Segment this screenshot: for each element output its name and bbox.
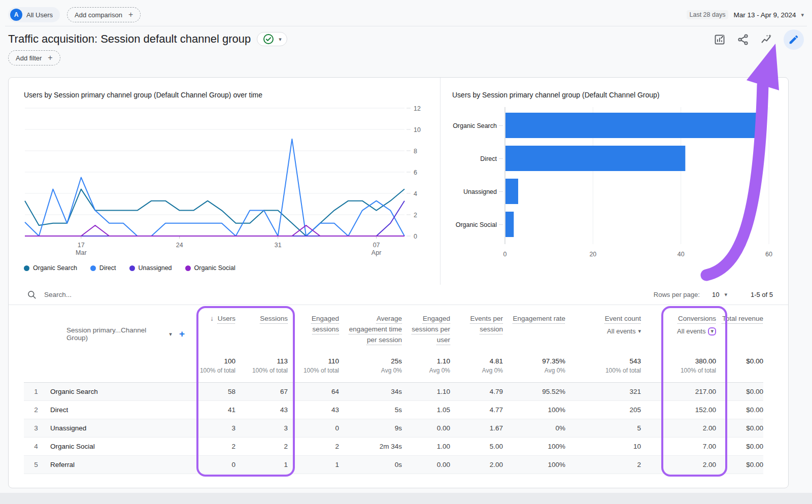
title-row: Traffic acquisition: Session default cha…: [8, 32, 287, 46]
totals-cell: 543100% of total: [565, 354, 641, 383]
plus-icon: +: [48, 53, 52, 62]
column-header-label: Users: [218, 315, 235, 322]
chevron-down-icon: ▾: [708, 327, 716, 335]
table-cell: 0.00: [402, 456, 450, 474]
table-cell: 34s: [339, 383, 402, 401]
totals-sub-label: 100% of total: [565, 367, 641, 374]
totals-value: 97.35%: [503, 357, 565, 365]
data-quality-badge[interactable]: ▾: [257, 32, 287, 46]
legend-dot: [129, 265, 135, 271]
line-series-direct: [25, 139, 404, 236]
rows-per-page-value[interactable]: 10: [712, 291, 719, 298]
svg-text:Direct: Direct: [480, 155, 497, 162]
legend-label: Organic Social: [194, 264, 235, 272]
totals-cell: 97.35%Avg 0%: [503, 354, 565, 383]
totals-cell: 4.81Avg 0%: [450, 354, 503, 383]
table-search-input[interactable]: [44, 291, 196, 298]
add-filter-button[interactable]: Add filter +: [8, 50, 60, 65]
column-header-average-engagement-time-per-session[interactable]: Average engagement time per session: [339, 306, 402, 354]
column-header-label: Conversions: [678, 315, 716, 322]
table-cell: 0.00: [402, 419, 450, 438]
legend-label: Direct: [99, 264, 116, 272]
svg-text:10: 10: [414, 126, 421, 133]
table-cell: 205: [565, 401, 641, 419]
table-cell: 2: [185, 438, 235, 456]
users-by-channel-bar-chart[interactable]: 0204060Organic SearchDirectUnassignedOrg…: [452, 105, 777, 263]
dimension-header-label: Session primary...Channel Group): [66, 326, 165, 342]
totals-cell: 110100% of total: [288, 354, 339, 383]
totals-cell: 25sAvg 0%: [339, 354, 402, 383]
table-cell: 2.00: [450, 456, 503, 474]
totals-value: $0.00: [716, 357, 763, 365]
bar-organic-social: [505, 212, 514, 237]
column-header-engaged-sessions-per-user[interactable]: Engaged sessions per user: [402, 306, 450, 354]
table-cell: $0.00: [716, 419, 763, 438]
svg-text:60: 60: [765, 251, 772, 258]
table-cell: 1.05: [402, 401, 450, 419]
table-header-spacer: [24, 306, 48, 354]
column-header-conversions[interactable]: ConversionsAll events ▾: [641, 306, 716, 354]
legend-label: Organic Search: [33, 264, 77, 272]
column-header-event-count[interactable]: Event countAll events ▾: [565, 306, 641, 354]
svg-text:20: 20: [589, 251, 596, 258]
pagination-range: 1-5 of 5: [751, 291, 773, 298]
pagination-controls: Rows per page: 10 ▾ 1-5 of 5: [654, 291, 773, 298]
svg-text:2: 2: [414, 212, 417, 219]
table-cell: 3: [235, 419, 288, 438]
svg-text:8: 8: [414, 148, 417, 155]
table-cell: 4.79: [450, 383, 503, 401]
table-cell: 1: [235, 456, 288, 474]
svg-text:0: 0: [503, 251, 507, 258]
table-cell: $0.00: [716, 438, 763, 456]
column-header-events-per-session[interactable]: Events per session: [450, 306, 503, 354]
table-cell: $0.00: [716, 456, 763, 474]
column-header-engaged-sessions[interactable]: Engaged sessions: [288, 306, 339, 354]
table-cell: 5.00: [450, 438, 503, 456]
chevron-down-icon[interactable]: ▾: [724, 291, 727, 298]
bar-chart-title: Users by Session primary channel group (…: [452, 91, 660, 99]
totals-spacer: [24, 354, 48, 383]
column-header-total-revenue[interactable]: Total revenue: [716, 306, 763, 354]
row-number: 3: [24, 419, 48, 438]
column-header-label: Events per session: [470, 315, 503, 333]
edit-report-button[interactable]: [784, 29, 804, 50]
legend-dot: [90, 265, 96, 271]
legend-item-organic-social: Organic Social: [185, 264, 235, 272]
column-header-engagement-rate[interactable]: Engagement rate: [503, 306, 565, 354]
chart-panel-divider: [440, 78, 441, 285]
table-cell: 5s: [339, 401, 402, 419]
search-icon: [27, 290, 37, 300]
header-divider: [5, 26, 807, 26]
add-comparison-button[interactable]: Add comparison +: [67, 7, 141, 22]
top-bar: A All Users Add comparison + Last 28 day…: [8, 7, 804, 22]
table-cell: 2m 34s: [339, 438, 402, 456]
customize-report-icon[interactable]: [714, 33, 726, 46]
channel-name: Organic Search: [48, 383, 185, 401]
table-cell: 5: [565, 419, 641, 438]
svg-text:17: 17: [78, 242, 85, 249]
audience-chip[interactable]: A All Users: [8, 7, 60, 22]
column-header-sessions[interactable]: Sessions: [235, 306, 288, 354]
table-cell: 95.52%: [503, 383, 565, 401]
share-icon[interactable]: [737, 33, 749, 46]
table-cell: $0.00: [716, 383, 763, 401]
check-circle-icon: [262, 33, 275, 45]
svg-text:Mar: Mar: [76, 249, 87, 256]
table-cell: 43: [235, 401, 288, 419]
date-range-preset: Last 28 days: [687, 10, 729, 19]
table-cell: 10: [565, 438, 641, 456]
bar-direct: [505, 146, 685, 171]
svg-text:Unassigned: Unassigned: [463, 188, 497, 195]
date-range-picker[interactable]: Last 28 days Mar 13 - Apr 9, 2024 ▾: [687, 10, 804, 19]
legend-item-direct: Direct: [90, 264, 116, 272]
table-cell: 41: [185, 401, 235, 419]
insights-icon[interactable]: [760, 33, 772, 46]
totals-value: 4.81: [450, 357, 503, 365]
dimension-column-header[interactable]: Session primary...Channel Group)▾+: [48, 306, 185, 354]
channel-name: Organic Social: [48, 438, 185, 456]
totals-cell: 113100% of total: [235, 354, 288, 383]
column-header-users[interactable]: ↓ Users: [185, 306, 235, 354]
svg-text:4: 4: [414, 190, 417, 197]
users-over-time-line-chart[interactable]: 02468101217Mar243107Apr: [24, 104, 425, 256]
rows-per-page-label: Rows per page:: [654, 291, 700, 298]
